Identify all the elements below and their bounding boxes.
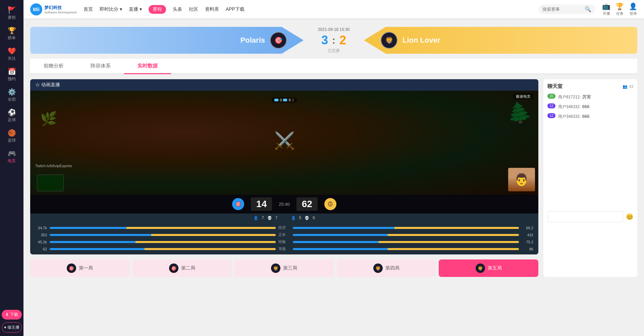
logo-text: 梦幻科技 xyxy=(44,5,77,11)
nav-headline[interactable]: 头条 xyxy=(173,6,182,12)
cs-label: 正补 xyxy=(278,232,290,237)
xp-right: 75.2 xyxy=(522,240,533,244)
nav-home[interactable]: 首页 xyxy=(84,6,93,12)
right-kills: 5 xyxy=(299,215,302,220)
level-bar xyxy=(50,248,276,250)
level-bar2-yellow xyxy=(388,248,519,250)
stat-bar-xp: 45.2k 经验 75.2 xyxy=(30,238,538,245)
nav-appdownload[interactable]: APP下载 xyxy=(226,6,245,12)
round2-icon: 🎯 xyxy=(169,263,178,273)
tab-analysis[interactable]: 前瞻分析 xyxy=(30,59,77,74)
team-right: 🦁 Lion Lover xyxy=(364,27,637,54)
cs-bar-yellow xyxy=(151,234,276,236)
nav-schedule[interactable]: 赛程 xyxy=(149,5,166,14)
logo-subtitle: Software Development xyxy=(44,11,77,14)
cs-right: 432 xyxy=(522,233,533,237)
sidebar-item-reserve[interactable]: 📅 预约 xyxy=(0,65,23,85)
round-tab-4[interactable]: 🦁 第四局 xyxy=(337,259,436,277)
nav-database[interactable]: 资料库 xyxy=(205,6,219,12)
econ-bar2-yellow xyxy=(394,227,519,229)
logo: Mii 梦幻科技 Software Development xyxy=(30,3,77,15)
game-logo: 极速电竞 xyxy=(513,94,533,99)
nav-action-broadcast[interactable]: 📺 开播 xyxy=(602,2,610,16)
sidebar-item-label: 关注 xyxy=(8,56,16,61)
round3-icon: 🦁 xyxy=(271,263,280,273)
content-area: ☆ 动画直播 0 9 2 xyxy=(30,79,637,277)
chat-header: 聊天室 👥 43 xyxy=(547,83,633,90)
search-input[interactable] xyxy=(542,7,583,12)
cs-bar2 xyxy=(293,234,519,236)
emoji-button[interactable]: 😊 xyxy=(626,213,633,221)
user-icon: 👤 xyxy=(629,2,637,10)
chat-viewer-count: 👥 43 xyxy=(623,84,633,89)
download-button[interactable]: ⬇ 下载 xyxy=(2,310,22,320)
chat-user-2: 用户346332: xyxy=(558,104,581,109)
viewer-count: 43 xyxy=(629,84,633,89)
chat-user-1: 用户817212: xyxy=(558,95,581,99)
right-deaths-icon: 💀 xyxy=(305,216,309,220)
vs-team-left: 🎯 xyxy=(232,198,244,210)
level-bar-yellow xyxy=(145,248,276,250)
round-tab-1[interactable]: 🎯 第一局 xyxy=(30,259,130,277)
match-header: Polaris 🎯 2021-09-18 15:30 3 : 2 已完赛 🦁 L xyxy=(30,22,637,59)
team-left-avatar: 🎯 xyxy=(270,32,287,49)
tab-realtime[interactable]: 实时数据 xyxy=(124,59,171,74)
round-tab-5[interactable]: 🦁 第五局 xyxy=(439,259,538,277)
sidebar-item-all[interactable]: ⚙️ 全部 xyxy=(0,85,23,106)
sidebar-item-label: 赛程 xyxy=(8,15,16,20)
video-scoreboard: 🎯 14 25:40 62 🦁 xyxy=(30,195,538,213)
sidebar-item-basketball[interactable]: 🏀 篮球 xyxy=(0,126,23,147)
xp-bar2 xyxy=(293,241,519,243)
chat-title: 聊天室 xyxy=(547,83,562,90)
level-label: 等级 xyxy=(278,246,290,251)
right-kills-icon: 👤 xyxy=(291,216,296,220)
viewer-icon: 👥 xyxy=(623,84,628,89)
sidebar-item-schedule[interactable]: 🚩 赛程 xyxy=(0,3,23,24)
match-status: 已完赛 xyxy=(328,48,340,54)
nav-community[interactable]: 社区 xyxy=(189,6,198,12)
match-score: 3 : 2 xyxy=(321,33,346,47)
round-tab-3[interactable]: 🦁 第三局 xyxy=(234,259,334,277)
streamer-button[interactable]: ♦ 做主播 xyxy=(2,322,22,333)
sidebar: 🚩 赛程 🏆 榜单 ❤️ 关注 📅 预约 ⚙️ 全部 ⚽ 足球 🏀 篮球 🎮 电… xyxy=(0,0,23,336)
xp-label: 经验 xyxy=(278,239,290,244)
sidebar-item-ranking[interactable]: 🏆 榜单 xyxy=(0,24,23,44)
schedule-icon: 🚩 xyxy=(8,7,16,13)
chat-user-3: 用户346332: xyxy=(558,114,581,119)
nav-action-tasks[interactable]: 🏆 任务 xyxy=(615,2,624,16)
watermark: Twitch.tv/b5vipEsports xyxy=(35,164,72,168)
search-box[interactable]: 🔍 xyxy=(538,4,595,14)
chat-input[interactable] xyxy=(547,211,623,222)
vs-center: 25:40 xyxy=(279,202,290,207)
sidebar-item-label: 篮球 xyxy=(8,138,16,143)
chat-message-1: 20 用户817212: 厉害 xyxy=(547,94,633,100)
video-container: ☆ 动画直播 0 9 2 xyxy=(30,79,538,254)
xp-bar-blue xyxy=(50,241,136,243)
follow-icon: ❤️ xyxy=(8,48,16,54)
round-tab-2[interactable]: 🎯 第二局 xyxy=(132,259,232,277)
economy-right: 66.2 xyxy=(522,226,533,230)
chat-message-3: 12 用户346332: 666 xyxy=(547,113,633,119)
login-label: 登录 xyxy=(630,11,637,16)
vs-right-avatar: 🦁 xyxy=(324,198,336,210)
cs-bar2-yellow xyxy=(388,234,519,236)
nav-action-login[interactable]: 👤 登录 xyxy=(629,2,637,16)
badge-3: 12 xyxy=(547,113,555,118)
sidebar-item-label: 预约 xyxy=(8,76,16,82)
nav-livescore[interactable]: 即时比分 xyxy=(100,6,122,12)
left-kills-icon: 👤 xyxy=(254,216,258,220)
economy-label: 经济 xyxy=(278,225,290,230)
economy-bar-yellow xyxy=(126,227,276,229)
match-date: 2021-09-18 15:30 xyxy=(318,27,350,32)
video-header: ☆ 动画直播 xyxy=(30,79,538,91)
sidebar-item-soccer[interactable]: ⚽ 足球 xyxy=(0,106,23,126)
round5-icon: 🦁 xyxy=(476,263,485,273)
sidebar-item-follow[interactable]: ❤️ 关注 xyxy=(0,44,23,65)
econ-bar2-blue xyxy=(293,227,394,229)
chat-text-1: 厉害 xyxy=(582,94,591,99)
video-screen[interactable]: 0 9 2 🌲 🌿 ⚔️ xyxy=(30,91,538,195)
sidebar-item-esports[interactable]: 🎮 电竞 xyxy=(0,147,23,167)
nav-live[interactable]: 直播 xyxy=(129,6,142,12)
team-left-name: Polaris xyxy=(240,36,265,45)
tab-lineup[interactable]: 阵容体系 xyxy=(77,59,124,74)
